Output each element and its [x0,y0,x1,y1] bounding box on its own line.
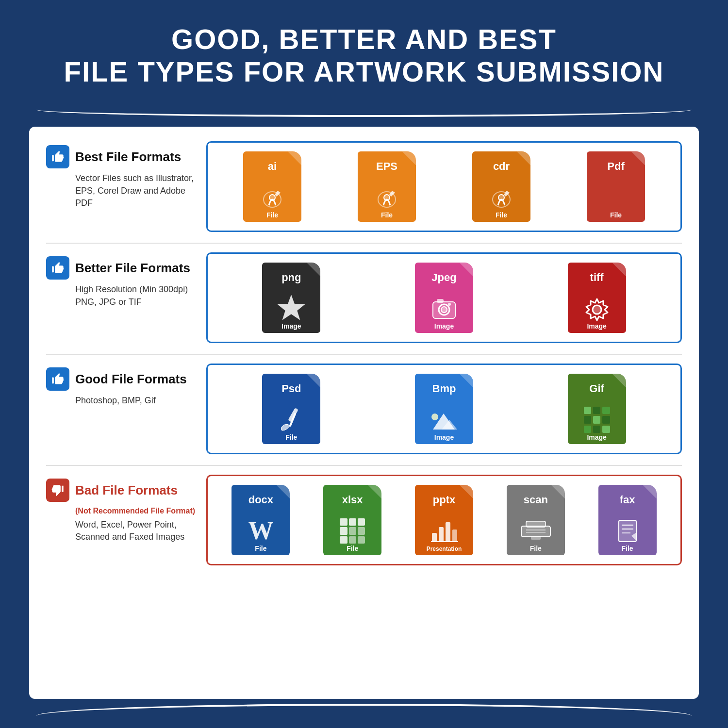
ai-file-shape: ai File [243,151,301,222]
ai-ext: ai [268,160,277,173]
svg-rect-21 [452,529,457,542]
fax-ext: fax [620,494,635,506]
divider-3 [46,465,682,466]
png-file-shape: png Image [262,263,320,333]
best-label: Best File Formats Vector Files such as I… [46,141,206,232]
eps-pen-svg [374,184,400,211]
svg-point-10 [441,307,447,313]
scan-ext: scan [524,494,548,506]
good-description: Photoshop, BMP, Gif [75,395,156,407]
png-star-svg [276,293,307,324]
pdf-label: File [610,211,622,219]
svg-point-3 [384,195,390,200]
bad-files-container: docx W File xlsx [206,475,682,565]
eps-label: File [381,211,393,219]
file-icon-gif: Gif [565,374,629,444]
psd-file-shape: Psd File [262,374,320,444]
psd-label: File [285,433,297,441]
good-title-row: Good File Formats [46,367,187,391]
bad-label: Bad File Formats (Not Recommended File F… [46,475,206,565]
good-thumbs-up-svg [51,372,65,386]
jpeg-ext: Jpeg [431,271,456,284]
file-icon-png: png Image [260,263,323,333]
docx-file-shape: docx W File [232,485,290,555]
svg-point-11 [448,303,451,306]
jpeg-file-shape: Jpeg Image [415,263,473,333]
bad-title-row: Bad File Formats [46,479,178,502]
svg-rect-18 [432,533,437,542]
svg-rect-23 [521,526,550,537]
file-icon-scan: scan File [504,485,567,555]
png-ext: png [281,271,301,284]
pdf-doc-lines [611,182,621,214]
svg-point-17 [431,414,438,420]
svg-rect-24 [526,521,546,527]
main-container: GOOD, BETTER AND BEST FILE TYPES FOR ART… [0,0,728,728]
fax-svg [613,516,642,546]
docx-w-icon: W [248,516,273,545]
docx-ext: docx [248,494,273,506]
svg-rect-8 [437,299,444,303]
main-title: GOOD, BETTER AND BEST FILE TYPES FOR ART… [19,23,709,88]
better-label: Better File Formats High Resolution (Min… [46,252,206,343]
eps-file-shape: EPS File [358,151,416,222]
good-section-row: Good File Formats Photoshop, BMP, Gif Ps… [46,364,682,454]
svg-point-1 [269,195,275,200]
gif-grid [584,407,610,433]
bmp-file-shape: Bmp Image [415,374,473,444]
divider-1 [46,243,682,244]
better-files-container: png Image Jpeg [206,252,682,343]
file-icon-psd: Psd File [260,374,323,444]
scan-label: File [530,545,542,552]
file-icon-xlsx: xlsx [321,485,384,555]
file-icon-pdf: Pdf File [584,151,647,222]
file-icon-docx: docx W File [229,485,292,555]
svg-rect-27 [531,536,541,540]
scan-svg [519,517,553,544]
thumbs-down-svg [51,483,65,497]
bad-title: Bad File Formats [75,483,178,498]
gif-ext: Gif [589,382,604,395]
best-files-container: ai File [206,141,682,232]
good-files-container: Psd File Bmp [206,364,682,454]
cdr-pen-svg [488,184,515,211]
psd-brush-svg [277,405,306,434]
bad-section-row: Bad File Formats (Not Recommended File F… [46,475,682,565]
docx-label: File [255,545,266,552]
good-title: Good File Formats [75,372,187,387]
good-thumbs-icon [46,367,69,391]
svg-rect-20 [446,522,450,542]
tiff-file-shape: tiff Image [568,263,626,333]
better-title: Better File Formats [75,261,190,276]
file-icon-pptx: pptx Presentation [413,485,476,555]
better-section-row: Better File Formats High Resolution (Min… [46,252,682,343]
file-icon-bmp: Bmp Image [413,374,476,444]
best-thumbs-icon [46,145,69,168]
cdr-ext: cdr [493,160,510,173]
fax-label: File [622,545,633,552]
eps-ext: EPS [376,160,397,173]
swoosh-bottom-decoration [36,704,692,728]
psd-ext: Psd [281,382,301,395]
file-icon-eps: EPS File [355,151,418,222]
svg-point-12 [593,305,601,314]
svg-rect-19 [439,527,444,542]
jpeg-camera-svg [430,295,458,322]
good-label: Good File Formats Photoshop, BMP, Gif [46,364,206,454]
pptx-label: Presentation [427,546,462,552]
bmp-label: Image [434,433,454,441]
xlsx-grid [340,518,365,544]
best-title-row: Best File Formats [46,145,181,168]
cdr-label: File [496,211,507,219]
file-icon-fax: fax File [596,485,659,555]
thumbs-up-svg [51,150,65,164]
file-icon-jpeg: Jpeg Image [413,263,476,333]
gif-file-shape: Gif [568,374,626,444]
bmp-mountain-svg [428,406,460,433]
bad-thumbs-icon [46,479,69,502]
best-title: Best File Formats [75,149,181,165]
xlsx-ext: xlsx [342,494,363,506]
bad-subtitle: (Not Recommended File Format) [75,506,195,516]
best-description: Vector Files such as Illustrator,EPS, Co… [75,172,197,209]
pptx-chart-svg [430,517,459,544]
